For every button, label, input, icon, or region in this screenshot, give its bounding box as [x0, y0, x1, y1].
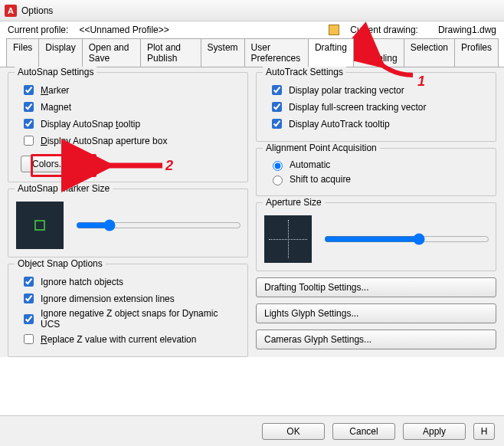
legend-osnap: Object Snap Options: [15, 258, 106, 269]
tab-open-and-save[interactable]: Open and Save: [82, 38, 141, 67]
radio-shift[interactable]: Shift to acquire: [269, 173, 488, 185]
tab-user-preferences[interactable]: User Preferences: [244, 38, 309, 67]
legend-alignment: Alignment Point Acquisition: [263, 143, 380, 153]
cameras-glyph-settings-button[interactable]: Cameras Glyph Settings...: [256, 330, 496, 349]
help-button[interactable]: H: [473, 423, 495, 440]
tab-system[interactable]: System: [201, 38, 245, 67]
tab-selection[interactable]: Selection: [404, 38, 455, 67]
apply-button[interactable]: Apply: [403, 423, 466, 440]
colors-button[interactable]: Colors...: [21, 156, 78, 172]
chk-ignore-hatch[interactable]: Ignore hatch objects: [21, 274, 240, 289]
chk-ignore-negz[interactable]: Ignore negative Z object snaps for Dynam…: [21, 308, 240, 330]
marker-size-slider[interactable]: [74, 218, 240, 234]
lights-glyph-settings-button[interactable]: Lights Glyph Settings...: [256, 303, 496, 323]
dialog-buttons: OK Cancel Apply H: [0, 415, 504, 446]
chk-fullscreen-vector[interactable]: Display full-screen tracking vector: [269, 100, 488, 114]
tab-profiles[interactable]: Profiles: [454, 38, 499, 67]
chk-marker[interactable]: Marker: [21, 83, 240, 97]
tab-plot-and-publish[interactable]: Plot and Publish: [140, 38, 201, 67]
legend-marker-size: AutoSnap Marker Size: [15, 183, 113, 194]
drafting-tooltip-settings-button[interactable]: Drafting Tooltip Settings...: [256, 277, 496, 297]
cancel-button[interactable]: Cancel: [332, 423, 395, 440]
profile-value: <<Unnamed Profile>>: [79, 25, 169, 35]
group-osnap: Object Snap Options Ignore hatch objects…: [8, 264, 248, 357]
chk-aperture-box[interactable]: Display AutoSnap aperture box: [21, 133, 240, 148]
group-autosnap: AutoSnap Settings Marker Magnet Display …: [8, 72, 248, 182]
group-aperture: Aperture Size: [256, 202, 496, 271]
group-marker-size: AutoSnap Marker Size: [8, 189, 248, 257]
window-title: Options: [21, 5, 53, 16]
legend-aperture: Aperture Size: [263, 197, 325, 208]
aperture-size-slider[interactable]: [322, 231, 488, 248]
tab-3d-modeling[interactable]: 3D Modeling: [353, 38, 404, 67]
tab-files[interactable]: Files: [6, 38, 39, 67]
chk-autotrack-tooltip[interactable]: Display AutoTrack tooltip: [269, 116, 488, 131]
app-icon: A: [5, 5, 17, 17]
info-row: Current profile: <<Unnamed Profile>> Cur…: [0, 21, 504, 37]
legend-autosnap: AutoSnap Settings: [15, 67, 97, 77]
drawing-icon: [329, 25, 339, 35]
ok-button[interactable]: OK: [262, 423, 325, 440]
drawing-label: Current drawing:: [350, 25, 418, 35]
group-autotrack: AutoTrack Settings Display polar trackin…: [256, 72, 496, 142]
chk-polar-vector[interactable]: Display polar tracking vector: [269, 83, 488, 97]
titlebar: A Options: [0, 0, 504, 21]
tab-bar: FilesDisplayOpen and SavePlot and Publis…: [0, 38, 504, 67]
legend-autotrack: AutoTrack Settings: [263, 67, 346, 77]
drawing-value: Drawing1.dwg: [438, 25, 496, 35]
group-alignment: Alignment Point Acquisition Automatic Sh…: [256, 148, 496, 196]
marker-preview: [16, 202, 64, 249]
chk-magnet[interactable]: Magnet: [21, 100, 240, 114]
chk-ignore-dimext[interactable]: Ignore dimension extension lines: [21, 291, 240, 306]
chk-autosnap-tooltip[interactable]: Display AutoSnap tooltip: [21, 116, 240, 131]
radio-automatic[interactable]: Automatic: [269, 159, 488, 171]
aperture-preview: [264, 215, 312, 263]
chk-replace-z[interactable]: Replace Z value with current elevation: [21, 332, 240, 346]
profile-label: Current profile:: [8, 25, 68, 35]
tab-drafting[interactable]: Drafting: [308, 38, 354, 67]
tab-display[interactable]: Display: [38, 38, 82, 67]
